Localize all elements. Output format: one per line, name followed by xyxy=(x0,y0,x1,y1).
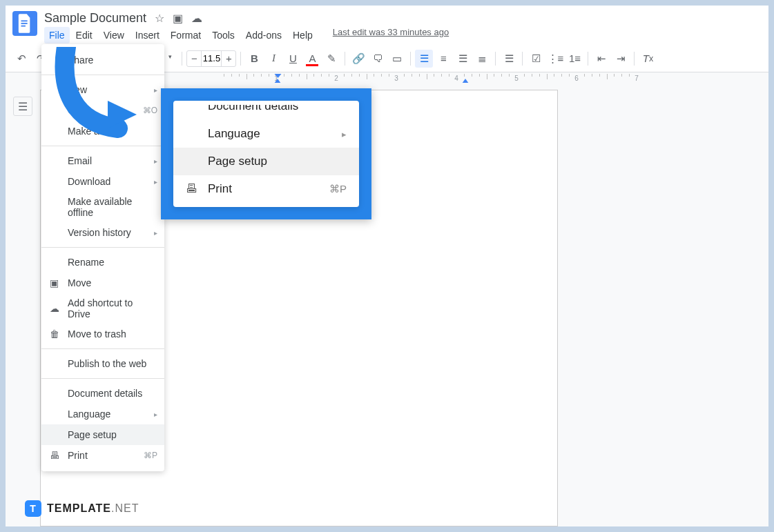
file-print[interactable]: 🖶Print⌘P xyxy=(41,445,164,466)
separator xyxy=(410,52,411,66)
file-open[interactable]: Open⌘O xyxy=(41,100,164,121)
watermark-brand: TEMPLATE xyxy=(47,502,111,514)
underline-icon[interactable]: U xyxy=(284,50,302,68)
zoom-item-language[interactable]: Language▸ xyxy=(173,120,359,148)
menu-help[interactable]: Help xyxy=(288,27,318,43)
indent-increase-icon[interactable]: ⇥ xyxy=(612,50,630,68)
app-window: Sample Document ☆ ▣ ☁ File Edit View Ins… xyxy=(6,6,768,526)
move-folder-icon[interactable]: ▣ xyxy=(173,12,183,25)
separator xyxy=(41,378,164,379)
watermark: T TEMPLATE.NET xyxy=(25,500,139,517)
align-justify-icon[interactable]: ≣ xyxy=(473,50,491,68)
svg-rect-1 xyxy=(21,23,28,24)
zoom-item-details[interactable]: Document details xyxy=(173,105,359,120)
separator xyxy=(345,52,345,66)
last-edit-link[interactable]: Last edit was 33 minutes ago xyxy=(333,27,449,43)
drive-shortcut-icon: ☁ xyxy=(50,303,68,314)
zoom-item-print[interactable]: 🖶Print⌘P xyxy=(173,175,359,203)
separator xyxy=(634,52,635,66)
doc-title[interactable]: Sample Document xyxy=(44,11,146,26)
menu-format[interactable]: Format xyxy=(166,27,206,43)
file-version-history[interactable]: Version history▸ xyxy=(41,222,164,243)
italic-icon[interactable]: I xyxy=(264,50,282,68)
comment-icon[interactable]: 🗨 xyxy=(369,50,387,68)
menu-view[interactable]: View xyxy=(99,27,129,43)
file-page-setup[interactable]: Page setup xyxy=(41,424,164,445)
bulleted-list-icon[interactable]: ⋮≡ xyxy=(546,50,564,68)
file-email[interactable]: Email▸ xyxy=(41,150,164,171)
svg-rect-0 xyxy=(21,20,28,21)
file-move[interactable]: ▣Move xyxy=(41,273,164,293)
print-icon: 🖶 xyxy=(186,182,208,196)
font-size-stepper[interactable]: − + xyxy=(186,50,236,67)
indent-decrease-icon[interactable]: ⇤ xyxy=(592,50,610,68)
annotation-callout: Document details Language▸ Page setup 🖶P… xyxy=(161,88,371,219)
docs-logo[interactable] xyxy=(12,11,37,36)
menu-file[interactable]: File xyxy=(44,27,70,43)
menu-addons[interactable]: Add-ons xyxy=(241,27,287,43)
link-icon[interactable]: 🔗 xyxy=(349,50,367,68)
cloud-status-icon: ☁ xyxy=(191,12,202,25)
image-icon[interactable]: ▭ xyxy=(388,50,406,68)
file-menu-dropdown: Share New▸ Open⌘O Make a copy Email▸ Dow… xyxy=(41,44,164,471)
file-trash[interactable]: 🗑Move to trash xyxy=(41,324,164,344)
font-size-input[interactable] xyxy=(201,51,222,66)
zoom-item-page-setup[interactable]: Page setup xyxy=(173,148,359,175)
separator xyxy=(41,75,164,75)
font-size-decrement[interactable]: − xyxy=(187,52,201,64)
file-publish[interactable]: Publish to the web xyxy=(41,353,164,374)
text-color-icon[interactable]: A xyxy=(303,50,321,68)
menu-tools[interactable]: Tools xyxy=(207,27,240,43)
checklist-icon[interactable]: ☑ xyxy=(527,50,545,68)
file-make-copy[interactable]: Make a copy xyxy=(41,121,164,141)
watermark-suffix: .NET xyxy=(111,502,139,514)
separator xyxy=(41,247,164,248)
star-icon[interactable]: ☆ xyxy=(155,12,164,25)
separator xyxy=(41,146,164,146)
svg-rect-2 xyxy=(21,26,26,27)
file-rename[interactable]: Rename xyxy=(41,252,164,273)
clear-format-icon[interactable]: Tx xyxy=(639,50,657,68)
file-language[interactable]: Language▸ xyxy=(41,404,164,424)
move-icon: ▣ xyxy=(50,277,68,288)
separator xyxy=(588,52,588,66)
header: Sample Document ☆ ▣ ☁ File Edit View Ins… xyxy=(6,6,768,43)
separator xyxy=(240,52,241,66)
file-new[interactable]: New▸ xyxy=(41,79,164,100)
trash-icon: 🗑 xyxy=(50,328,68,339)
file-share[interactable]: Share xyxy=(41,50,164,70)
print-icon: 🖶 xyxy=(50,450,68,461)
highlight-icon[interactable]: ✎ xyxy=(322,50,340,68)
line-spacing-icon[interactable]: ☰ xyxy=(500,50,518,68)
file-add-shortcut[interactable]: ☁Add shortcut to Drive xyxy=(41,293,164,324)
menu-edit[interactable]: Edit xyxy=(71,27,97,43)
separator xyxy=(182,52,182,66)
file-download[interactable]: Download▸ xyxy=(41,171,164,192)
numbered-list-icon[interactable]: 1≡ xyxy=(565,50,583,68)
file-document-details[interactable]: Document details xyxy=(41,383,164,404)
separator xyxy=(522,52,523,66)
file-offline[interactable]: Make available offline xyxy=(41,192,164,222)
undo-icon[interactable]: ↶ xyxy=(12,50,30,68)
outline-toggle-icon[interactable]: ☰ xyxy=(13,97,32,116)
menu-insert[interactable]: Insert xyxy=(130,27,164,43)
align-right-icon[interactable]: ☰ xyxy=(454,50,472,68)
watermark-logo-icon: T xyxy=(25,500,41,517)
separator xyxy=(495,52,496,66)
font-size-increment[interactable]: + xyxy=(222,52,235,64)
align-center-icon[interactable]: ≡ xyxy=(434,50,452,68)
separator xyxy=(41,348,164,349)
bold-icon[interactable]: B xyxy=(245,50,263,68)
align-left-icon[interactable]: ☰ xyxy=(415,50,433,68)
menubar: File Edit View Insert Format Tools Add-o… xyxy=(44,27,762,43)
